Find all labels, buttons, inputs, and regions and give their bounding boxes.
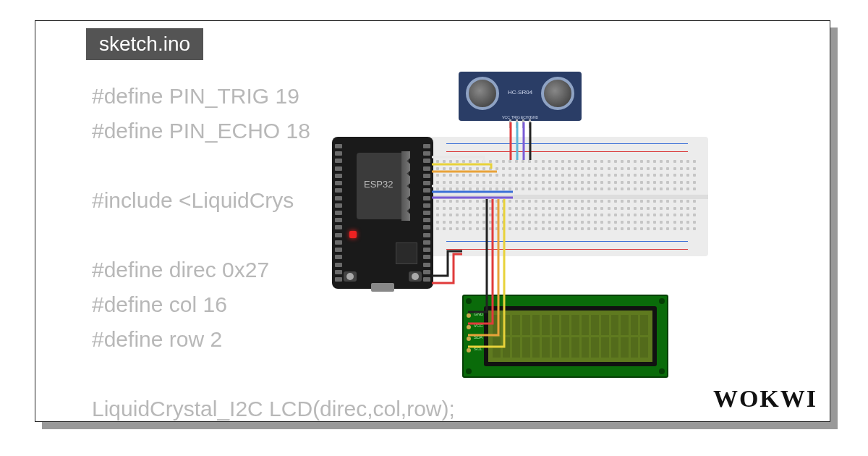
breadboard[interactable] [426,137,708,256]
project-card: sketch.ino #define PIN_TRIG 19 #define P… [35,20,830,422]
usb-port-icon [371,283,394,292]
esp32-board[interactable]: ESP32 [332,137,433,289]
lcd-display[interactable] [462,295,668,378]
header-pins [335,144,342,282]
lcd-i2c-pins [467,313,471,352]
sensor-model-label: HC-SR04 [508,89,532,96]
sensor-transducer-icon [466,77,499,110]
reset-button[interactable] [344,271,357,282]
code-line: #define direc 0x27 [92,258,269,282]
power-rail-top [433,141,701,154]
power-led-icon [349,231,357,238]
code-line: #define PIN_TRIG 19 [92,84,299,108]
circuit-diagram[interactable]: HC-SR04 VCC TRIG ECHO GND [332,72,766,390]
code-line: #define row 2 [92,327,222,351]
breadboard-holes [436,200,698,233]
breadboard-holes [436,160,698,193]
sensor-transducer-icon [541,77,574,110]
power-rail-bottom [433,239,701,252]
logo-text: WOKWI [713,385,817,412]
header-pins [423,144,430,282]
usb-chip-icon [396,242,417,264]
lcd-screen [484,306,657,366]
file-name: sketch.ino [99,33,190,55]
wokwi-logo: WOKWI [713,385,817,413]
code-line: LiquidCrystal_I2C LCD(direc,col,row); [92,397,455,421]
ultrasonic-sensor[interactable]: HC-SR04 VCC TRIG ECHO GND [459,72,582,121]
sensor-pins [509,119,531,128]
boot-button[interactable] [409,271,422,282]
code-line: #define col 16 [92,292,227,316]
breadboard-gap [426,195,708,199]
file-tab[interactable]: sketch.ino [86,28,203,60]
code-line: #define PIN_ECHO 18 [92,119,310,143]
code-line: #include <LiquidCrys [92,188,294,212]
mcu-label: ESP32 [364,179,393,190]
